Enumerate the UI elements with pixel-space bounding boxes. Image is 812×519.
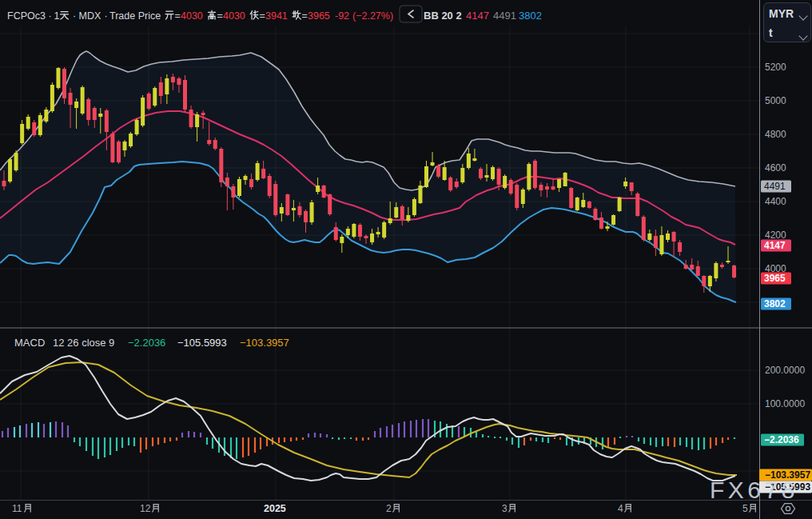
svg-text:12 26 close 9: 12 26 close 9 [53, 337, 114, 349]
svg-text:−103.3957: −103.3957 [240, 337, 289, 349]
svg-text:=: = [175, 10, 181, 22]
svg-text:3965: 3965 [764, 273, 786, 284]
svg-text:4147: 4147 [764, 240, 786, 251]
svg-text:4147: 4147 [466, 10, 489, 22]
svg-text:200.0000: 200.0000 [765, 365, 805, 376]
svg-text:3802: 3802 [764, 298, 786, 309]
svg-text:4200: 4200 [765, 230, 786, 241]
svg-text:4030: 4030 [181, 10, 203, 22]
svg-text:-92: -92 [335, 10, 349, 22]
svg-text:MACD: MACD [14, 337, 45, 349]
svg-text:5000: 5000 [765, 95, 786, 106]
svg-text:FCPOc3: FCPOc3 [7, 10, 46, 22]
svg-text:2025: 2025 [264, 503, 286, 514]
svg-text:=: = [260, 10, 265, 22]
svg-text:12: 12 [140, 503, 151, 514]
svg-text:=: = [302, 10, 308, 22]
svg-text:5: 5 [742, 503, 748, 514]
svg-text:4400: 4400 [765, 196, 786, 207]
svg-text:3802: 3802 [519, 10, 542, 22]
svg-text:−105.5993: −105.5993 [177, 337, 227, 349]
svg-text:11: 11 [12, 503, 22, 514]
svg-text:(−2.27%): (−2.27%) [352, 10, 393, 22]
svg-text:2: 2 [386, 503, 392, 514]
svg-text:100.0000: 100.0000 [765, 398, 805, 409]
svg-text:MDX: MDX [79, 10, 102, 22]
svg-text:FX678: FX678 [710, 477, 798, 503]
svg-text:−2.2036: −2.2036 [128, 337, 165, 349]
svg-text:1: 1 [54, 10, 60, 22]
svg-text:−2.2036: −2.2036 [764, 434, 799, 445]
svg-text:5200: 5200 [765, 62, 786, 73]
svg-text:·: · [49, 10, 52, 22]
svg-text:4800: 4800 [765, 129, 786, 140]
svg-text:4: 4 [618, 503, 623, 514]
svg-text:4600: 4600 [765, 162, 786, 174]
svg-text:3: 3 [502, 503, 508, 514]
svg-text:=: = [217, 10, 223, 22]
svg-text:·: · [105, 10, 108, 22]
svg-text:4491: 4491 [764, 181, 786, 192]
svg-text:3941: 3941 [265, 10, 288, 22]
svg-text:BB 20 2: BB 20 2 [424, 10, 462, 22]
svg-text:4030: 4030 [223, 10, 245, 22]
svg-text:3965: 3965 [308, 10, 330, 22]
svg-text:Trade Price: Trade Price [109, 10, 161, 22]
svg-text:·: · [73, 10, 76, 22]
svg-text:4491: 4491 [493, 10, 516, 22]
